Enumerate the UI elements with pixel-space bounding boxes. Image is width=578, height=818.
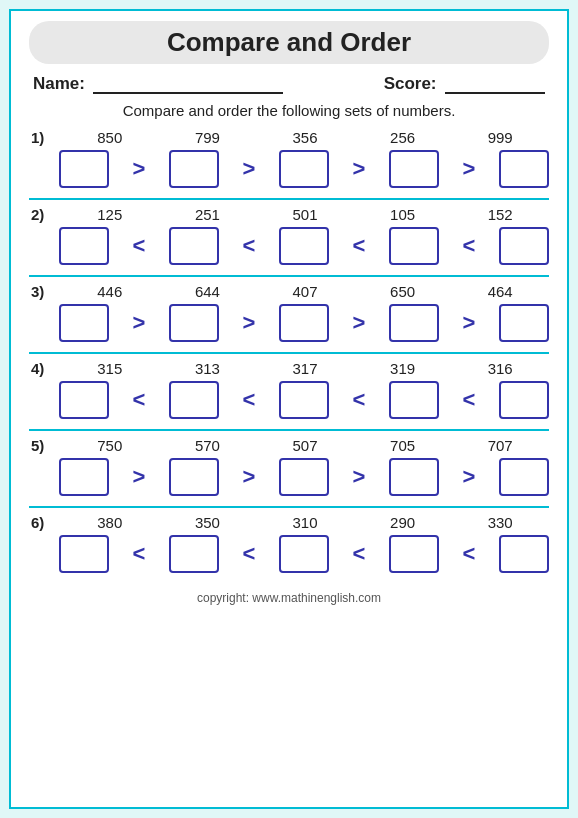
number-value-5-5: 707 bbox=[451, 437, 549, 454]
operator-2-1: < bbox=[109, 233, 169, 259]
numbers-row-2: 2)125251501105152 bbox=[29, 206, 549, 223]
answer-box-2-5[interactable] bbox=[499, 227, 549, 265]
name-score-row: Name: Score: bbox=[29, 74, 549, 94]
number-value-1-2: 799 bbox=[159, 129, 257, 146]
number-value-2-5: 152 bbox=[451, 206, 549, 223]
operator-2-4: < bbox=[439, 233, 499, 259]
number-value-2-2: 251 bbox=[159, 206, 257, 223]
number-value-1-3: 356 bbox=[256, 129, 354, 146]
answer-box-6-5[interactable] bbox=[499, 535, 549, 573]
answer-box-5-2[interactable] bbox=[169, 458, 219, 496]
operator-2-2: < bbox=[219, 233, 279, 259]
page-title: Compare and Order bbox=[167, 27, 411, 57]
operator-6-2: < bbox=[219, 541, 279, 567]
worksheet-page: Compare and Order Name: Score: Compare a… bbox=[9, 9, 569, 809]
answer-box-2-1[interactable] bbox=[59, 227, 109, 265]
answer-box-5-4[interactable] bbox=[389, 458, 439, 496]
answer-box-6-1[interactable] bbox=[59, 535, 109, 573]
operator-3-1: > bbox=[109, 310, 169, 336]
numbers-row-3: 3)446644407650464 bbox=[29, 283, 549, 300]
number-value-3-1: 446 bbox=[61, 283, 159, 300]
number-value-6-1: 380 bbox=[61, 514, 159, 531]
answer-box-6-2[interactable] bbox=[169, 535, 219, 573]
boxes-row-2: <<<< bbox=[29, 227, 549, 265]
answer-box-1-1[interactable] bbox=[59, 150, 109, 188]
number-value-4-5: 316 bbox=[451, 360, 549, 377]
numbers-row-5: 5)750570507705707 bbox=[29, 437, 549, 454]
answer-box-2-3[interactable] bbox=[279, 227, 329, 265]
number-value-4-4: 319 bbox=[354, 360, 452, 377]
operator-6-4: < bbox=[439, 541, 499, 567]
answer-box-2-4[interactable] bbox=[389, 227, 439, 265]
boxes-row-5: >>>> bbox=[29, 458, 549, 496]
copyright-text: copyright: www.mathinenglish.com bbox=[29, 591, 549, 605]
number-value-6-4: 290 bbox=[354, 514, 452, 531]
answer-box-3-2[interactable] bbox=[169, 304, 219, 342]
number-value-5-3: 507 bbox=[256, 437, 354, 454]
problem-2: 2)125251501105152<<<< bbox=[29, 206, 549, 277]
numbers-row-1: 1)850799356256999 bbox=[29, 129, 549, 146]
number-value-1-4: 256 bbox=[354, 129, 452, 146]
operator-4-1: < bbox=[109, 387, 169, 413]
operator-6-3: < bbox=[329, 541, 389, 567]
operator-4-3: < bbox=[329, 387, 389, 413]
number-value-3-2: 644 bbox=[159, 283, 257, 300]
operator-5-2: > bbox=[219, 464, 279, 490]
problem-number-2: 2) bbox=[31, 206, 61, 223]
answer-box-2-2[interactable] bbox=[169, 227, 219, 265]
boxes-row-4: <<<< bbox=[29, 381, 549, 419]
number-value-1-5: 999 bbox=[451, 129, 549, 146]
problem-number-5: 5) bbox=[31, 437, 61, 454]
answer-box-3-1[interactable] bbox=[59, 304, 109, 342]
answer-box-5-1[interactable] bbox=[59, 458, 109, 496]
operator-3-3: > bbox=[329, 310, 389, 336]
title-box: Compare and Order bbox=[29, 21, 549, 64]
answer-box-4-3[interactable] bbox=[279, 381, 329, 419]
answer-box-4-4[interactable] bbox=[389, 381, 439, 419]
answer-box-1-2[interactable] bbox=[169, 150, 219, 188]
number-value-5-1: 750 bbox=[61, 437, 159, 454]
number-value-6-5: 330 bbox=[451, 514, 549, 531]
number-value-5-2: 570 bbox=[159, 437, 257, 454]
number-value-6-3: 310 bbox=[256, 514, 354, 531]
answer-box-3-4[interactable] bbox=[389, 304, 439, 342]
answer-box-4-2[interactable] bbox=[169, 381, 219, 419]
answer-box-4-5[interactable] bbox=[499, 381, 549, 419]
number-value-4-1: 315 bbox=[61, 360, 159, 377]
answer-box-4-1[interactable] bbox=[59, 381, 109, 419]
name-field: Name: bbox=[33, 74, 283, 94]
answer-box-3-3[interactable] bbox=[279, 304, 329, 342]
answer-box-6-3[interactable] bbox=[279, 535, 329, 573]
number-value-2-3: 501 bbox=[256, 206, 354, 223]
number-value-3-3: 407 bbox=[256, 283, 354, 300]
operator-1-2: > bbox=[219, 156, 279, 182]
problem-number-3: 3) bbox=[31, 283, 61, 300]
operator-5-3: > bbox=[329, 464, 389, 490]
problem-number-1: 1) bbox=[31, 129, 61, 146]
answer-box-5-3[interactable] bbox=[279, 458, 329, 496]
problem-number-6: 6) bbox=[31, 514, 61, 531]
boxes-row-3: >>>> bbox=[29, 304, 549, 342]
number-value-3-4: 650 bbox=[354, 283, 452, 300]
problem-3: 3)446644407650464>>>> bbox=[29, 283, 549, 354]
answer-box-1-5[interactable] bbox=[499, 150, 549, 188]
numbers-row-6: 6)380350310290330 bbox=[29, 514, 549, 531]
answer-box-6-4[interactable] bbox=[389, 535, 439, 573]
answer-box-5-5[interactable] bbox=[499, 458, 549, 496]
score-field: Score: bbox=[384, 74, 545, 94]
answer-box-3-5[interactable] bbox=[499, 304, 549, 342]
problem-4: 4)315313317319316<<<< bbox=[29, 360, 549, 431]
boxes-row-1: >>>> bbox=[29, 150, 549, 188]
answer-box-1-4[interactable] bbox=[389, 150, 439, 188]
number-value-1-1: 850 bbox=[61, 129, 159, 146]
operator-2-3: < bbox=[329, 233, 389, 259]
answer-box-1-3[interactable] bbox=[279, 150, 329, 188]
numbers-row-4: 4)315313317319316 bbox=[29, 360, 549, 377]
boxes-row-6: <<<< bbox=[29, 535, 549, 573]
operator-1-3: > bbox=[329, 156, 389, 182]
operator-1-4: > bbox=[439, 156, 499, 182]
number-value-2-4: 105 bbox=[354, 206, 452, 223]
problems-container: 1)850799356256999>>>>2)125251501105152<<… bbox=[29, 129, 549, 583]
operator-1-1: > bbox=[109, 156, 169, 182]
number-value-4-2: 313 bbox=[159, 360, 257, 377]
